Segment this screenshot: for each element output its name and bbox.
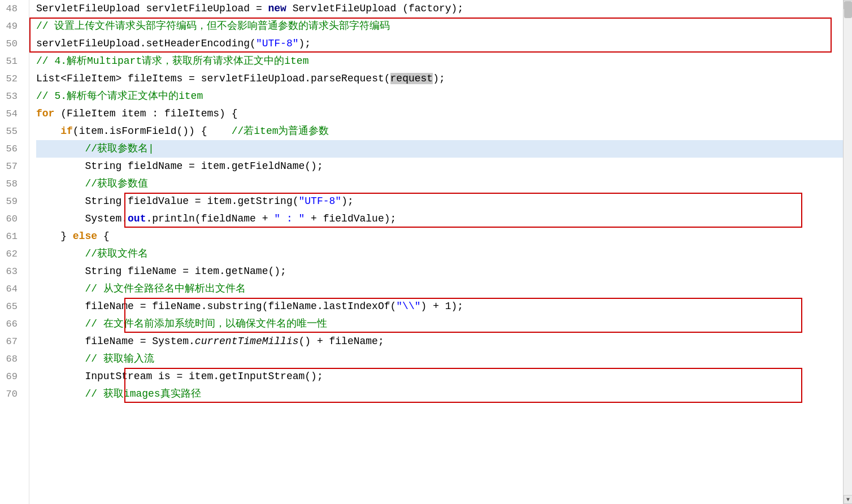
code-line-53: // 5.解析每个请求正文体中的item [36,88,852,105]
ln-62: 62 [0,245,22,263]
code-line-65: fileName = fileName.substring(fileName.l… [36,298,852,315]
code-editor: 48 49 50 51 52 53 54 55 56 57 58 59 60 6… [0,0,852,504]
code-line-70: // 获取images真实路径 [36,385,852,403]
ln-60: 60 [0,210,22,228]
ln-59: 59 [0,193,22,210]
scrollbar-arrow-down[interactable]: ▼ [844,495,852,504]
code-line-49: // 设置上传文件请求头部字符编码，但不会影响普通参数的请求头部字符编码 [36,18,852,35]
code-line-62: //获取文件名 [36,245,852,263]
code-line-52: List<FileItem> fileItems = servletFileUp… [36,70,852,88]
ln-61: 61 [0,228,22,245]
ln-51: 51 [0,53,22,70]
code-line-55: if(item.isFormField()) { //若item为普通参数 [36,123,852,140]
code-line-69: InputStream is = item.getInputStream(); [36,368,852,385]
ln-52: 52 [0,70,22,88]
ln-68: 68 [0,350,22,368]
ln-48: 48 [0,0,22,18]
ln-67: 67 [0,333,22,350]
ln-66: 66 [0,315,22,333]
code-line-58: //获取参数值 [36,175,852,193]
ln-50: 50 [0,35,22,53]
ln-54: 54 [0,105,22,123]
ln-58: 58 [0,175,22,193]
code-line-48: ServletFileUpload servletFileUpload = ne… [36,0,852,18]
ln-65: 65 [0,298,22,315]
code-line-54: for (FileItem item : fileItems) { [36,105,852,123]
code-line-67: fileName = System.currentTimeMillis() + … [36,333,852,350]
code-line-57: String fieldName = item.getFieldName(); [36,158,852,175]
code-line-68: // 获取输入流 [36,350,852,368]
scrollbar-thumb[interactable] [844,1,852,18]
vertical-scrollbar[interactable]: ▲ ▼ [843,0,852,504]
code-lines: ServletFileUpload servletFileUpload = ne… [29,0,852,403]
code-line-60: System.out.println(fieldName + " : " + f… [36,210,852,228]
ln-64: 64 [0,280,22,298]
code-line-51: // 4.解析Multipart请求，获取所有请求体正文中的item [36,53,852,70]
ln-56: 56 [0,140,22,158]
ln-55: 55 [0,123,22,140]
ln-63: 63 [0,263,22,280]
ln-70: 70 [0,385,22,403]
code-line-61: } else { [36,228,852,245]
ln-53: 53 [0,88,22,105]
code-line-50: servletFileUpload.setHeaderEncoding("UTF… [36,35,852,53]
code-line-66: // 在文件名前添加系统时间，以确保文件名的唯一性 [36,315,852,333]
ln-49: 49 [0,18,22,35]
ln-69: 69 [0,368,22,385]
code-text: ServletFileUpload [36,3,140,14]
code-line-59: String fieldValue = item.getString("UTF-… [36,193,852,210]
ln-57: 57 [0,158,22,175]
code-line-56: //获取参数名| [36,140,852,158]
line-numbers: 48 49 50 51 52 53 54 55 56 57 58 59 60 6… [0,0,29,504]
code-line-63: String fileName = item.getName(); [36,263,852,280]
code-line-64: // 从文件全路径名中解析出文件名 [36,280,852,298]
